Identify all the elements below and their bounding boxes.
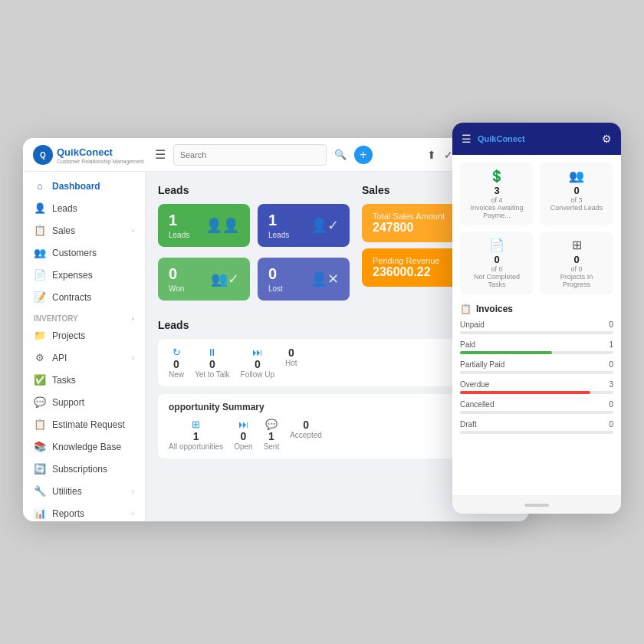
leads-card3-icon: 👥✓ [211, 271, 239, 288]
converted-leads-icon: 👥 [546, 169, 607, 183]
contracts-icon: 📝 [34, 291, 46, 303]
add-button[interactable]: + [354, 146, 373, 164]
sidebar-item-knowledge[interactable]: 📚 Knowledge Base [23, 435, 145, 458]
subscriptions-icon: 🔄 [34, 463, 46, 475]
rp-stat-of-1: of 3 [546, 196, 607, 204]
invoice-label: Cancelled [460, 400, 494, 409]
rp-stat-label-3: Projects In Progress [546, 273, 607, 288]
opp-open-num: 0 [234, 430, 252, 442]
invoice-row: Paid 1 [460, 340, 613, 354]
invoice-rows: Unpaid 0 Paid 1 Partially Paid 0 [460, 320, 613, 434]
logo-text: QuikConect [57, 146, 113, 158]
leads-card-4: 0 Lost 👤✕ [258, 258, 350, 301]
utilities-icon: 🔧 [34, 485, 46, 497]
sidebar-item-label: Utilities [52, 486, 82, 497]
rp-footer [452, 495, 621, 514]
sidebar-item-label: API [52, 353, 67, 363]
leads-icon: 👤 [34, 202, 46, 214]
sidebar-item-label: Knowledge Base [52, 442, 121, 452]
stat-hot: 0 Hot [285, 347, 297, 379]
invoice-label: Paid [460, 340, 475, 349]
rp-stat-tasks: 📄 0 of 0 Not Completed Tasks [460, 232, 534, 294]
sidebar-item-label: Leads [52, 203, 77, 214]
leads-title: Leads [158, 184, 350, 196]
chevron-right-icon: › [132, 510, 134, 518]
chevron-right-icon: › [132, 488, 134, 495]
stat-hot-num: 0 [285, 347, 297, 359]
opp-sent-label: Sent [264, 442, 280, 451]
invoice-bar-bg [460, 411, 613, 414]
sidebar-item-label: Reports [52, 508, 84, 519]
leads-cards-row1: 1 Leads 👤👤 1 Leads 👤✓ [158, 204, 350, 247]
sidebar-item-tasks[interactable]: ✅ Tasks [23, 369, 145, 391]
sidebar-item-support[interactable]: 💬 Support [23, 391, 145, 413]
inventory-section: Inventory ‹ [23, 308, 145, 324]
sidebar-item-sales[interactable]: 📋 Sales › [23, 219, 145, 242]
leads-card4-label: Lost [268, 284, 283, 293]
pending-value: 236000.22 [373, 265, 439, 279]
opp-open: ⏭ 0 Open [234, 419, 252, 451]
sidebar-item-label: Customers [52, 248, 97, 258]
sidebar-item-contracts[interactable]: 📝 Contracts [23, 286, 145, 308]
sidebar-item-label: Tasks [52, 375, 76, 386]
sidebar-item-dashboard[interactable]: ⌂ Dashboard [23, 175, 145, 197]
stat-yet-label: Yet to Talk [195, 370, 230, 379]
rp-stat-label-0: Invoices Awaiting Payme... [466, 204, 527, 219]
invoice-bar-bg [460, 391, 613, 394]
invoice-value: 1 [609, 340, 613, 349]
invoice-label: Draft [460, 420, 477, 429]
dollar-icon: 💲 [466, 169, 527, 183]
sidebar-item-label: Sales [52, 225, 75, 236]
leads-cards-row2: 0 Won 👥✓ 0 Lost 👤✕ [158, 258, 350, 301]
sidebar-item-api[interactable]: ⚙ API › [23, 347, 145, 369]
sidebar-item-customers[interactable]: 👥 Customers [23, 242, 145, 264]
invoice-row: Unpaid 0 [460, 320, 613, 334]
sidebar-item-expenses[interactable]: 📄 Expenses [23, 264, 145, 286]
logo-icon: Q [32, 144, 54, 166]
invoice-bar-bg [460, 431, 613, 434]
support-icon: 💬 [34, 396, 46, 408]
sidebar-item-subscriptions[interactable]: 🔄 Subscriptions [23, 458, 145, 480]
leads-card1-num: 1 [169, 212, 189, 229]
chevron-right-icon: › [132, 354, 134, 362]
rp-stat-invoices: 💲 3 of 4 Invoices Awaiting Payme... [460, 163, 534, 225]
chevron-right-icon: › [132, 227, 134, 235]
sidebar-item-utilities[interactable]: 🔧 Utilities › [23, 480, 145, 502]
invoice-bar-bg [460, 371, 613, 374]
leads-card-3: 0 Won 👥✓ [158, 258, 250, 301]
stat-hot-label: Hot [285, 359, 297, 367]
leads-card3-num: 0 [169, 265, 184, 283]
sidebar-item-reports[interactable]: 📊 Reports › [23, 502, 145, 521]
search-input[interactable] [173, 144, 327, 166]
estimate-icon: 📋 [34, 419, 46, 430]
rp-hamburger-icon[interactable]: ☰ [462, 133, 472, 145]
sidebar-item-label: Contracts [52, 292, 91, 303]
leads-card1-icon: 👤👤 [205, 217, 239, 234]
stat-followup: ⏭ 0 Follow Up [241, 347, 274, 379]
leads-card4-icon: 👤✕ [310, 271, 339, 288]
opp-all-label: All opportunities [169, 442, 223, 451]
tasks-icon-rp: 📄 [466, 238, 527, 252]
invoices-title: 📋 Invoices [460, 304, 613, 314]
expenses-icon: 📄 [34, 269, 46, 281]
knowledge-icon: 📚 [34, 441, 46, 452]
invoice-row-header: Paid 1 [460, 340, 613, 349]
total-sales-value: 247800 [373, 221, 445, 235]
rp-stat-of-2: of 0 [466, 265, 527, 273]
pending-label: Pending Revenue [373, 256, 439, 265]
leads-card2-icon: 👤✓ [310, 217, 339, 234]
sidebar-item-estimate[interactable]: 📋 Estimate Request [23, 413, 145, 435]
leads-card1-label: Leads [169, 231, 189, 239]
stat-followup-num: 0 [241, 358, 274, 370]
share-icon[interactable]: ⬆ [427, 149, 436, 161]
invoice-label: Unpaid [460, 320, 485, 329]
rp-gear-icon[interactable]: ⚙ [602, 133, 612, 145]
projects-icon: 📁 [34, 330, 46, 341]
projects-icon-rp: ⊞ [546, 238, 607, 252]
sidebar-item-leads[interactable]: 👤 Leads [23, 197, 145, 219]
sidebar-item-projects[interactable]: 📁 Projects [23, 324, 145, 347]
opp-sent-num: 1 [264, 430, 280, 442]
leads-card3-label: Won [169, 284, 184, 293]
hamburger-icon[interactable]: ☰ [155, 147, 166, 162]
leads-col: Leads 1 Leads 👤👤 1 [158, 184, 350, 311]
